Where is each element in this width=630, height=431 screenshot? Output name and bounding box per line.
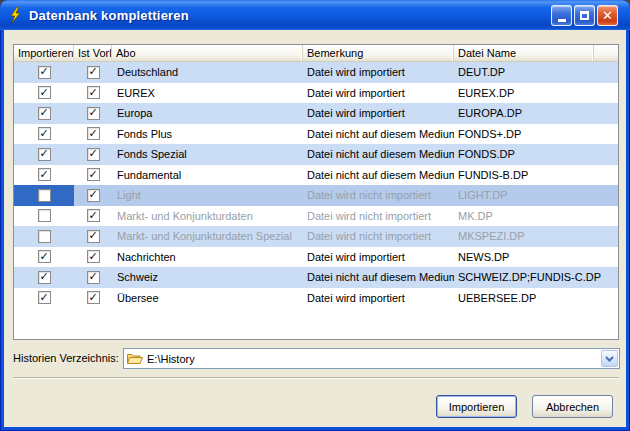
ist-vorh-checkbox[interactable]: ✓ xyxy=(87,250,100,263)
importieren-cell[interactable]: ✓ xyxy=(14,247,74,268)
ist-vorh-cell[interactable]: ✓ xyxy=(74,267,112,288)
ist-vorh-cell[interactable]: ✓ xyxy=(74,288,112,309)
importieren-checkbox[interactable]: ✓ xyxy=(38,271,51,284)
importieren-cell[interactable] xyxy=(14,185,74,206)
table-row[interactable]: ✓✓FundamentalDatei nicht auf diesem Medi… xyxy=(14,165,618,186)
column-header-bemerkung[interactable]: Bemerkung xyxy=(303,45,454,61)
table-row[interactable]: ✓✓EUREXDatei wird importiertEUREX.DP xyxy=(14,83,618,104)
importieren-checkbox[interactable] xyxy=(38,209,51,222)
ist-vorh-checkbox[interactable]: ✓ xyxy=(87,230,100,243)
bemerkung-cell[interactable]: Datei wird importiert xyxy=(303,247,454,268)
importieren-checkbox[interactable] xyxy=(38,230,51,243)
ist-vorh-cell[interactable]: ✓ xyxy=(74,185,112,206)
ist-vorh-checkbox[interactable]: ✓ xyxy=(87,271,100,284)
abo-cell[interactable]: EUREX xyxy=(112,83,303,104)
importieren-cell[interactable]: ✓ xyxy=(14,124,74,145)
ist-vorh-cell[interactable]: ✓ xyxy=(74,165,112,186)
importieren-cell[interactable]: ✓ xyxy=(14,144,74,165)
combobox-dropdown-button[interactable] xyxy=(601,350,618,367)
abo-cell[interactable]: Fundamental xyxy=(112,165,303,186)
importieren-checkbox[interactable] xyxy=(38,189,51,202)
bemerkung-cell[interactable]: Datei nicht auf diesem Medium xyxy=(303,267,454,288)
table-row[interactable]: ✓LightDatei wird nicht importiertLIGHT.D… xyxy=(14,185,618,206)
table-row[interactable]: ✓✓DeutschlandDatei wird importiertDEUT.D… xyxy=(14,62,618,83)
table-row[interactable]: ✓✓ÜberseeDatei wird importiertUEBERSEE.D… xyxy=(14,288,618,309)
table-row[interactable]: ✓Markt- und KonjunkturdatenDatei wird ni… xyxy=(14,206,618,227)
minimize-button[interactable] xyxy=(551,5,572,26)
abo-cell[interactable]: Schweiz xyxy=(112,267,303,288)
importieren-cell[interactable]: ✓ xyxy=(14,62,74,83)
importieren-checkbox[interactable]: ✓ xyxy=(38,107,51,120)
bemerkung-cell[interactable]: Datei nicht auf diesem Medium xyxy=(303,165,454,186)
datei-name-cell[interactable]: MKSPEZI.DP xyxy=(454,226,618,247)
abo-cell[interactable]: Fonds Plus xyxy=(112,124,303,145)
ist-vorh-cell[interactable]: ✓ xyxy=(74,103,112,124)
close-button[interactable]: ✕ xyxy=(597,5,618,26)
importieren-cell[interactable] xyxy=(14,226,74,247)
history-directory-combobox[interactable]: E:\History xyxy=(123,348,620,369)
importieren-checkbox[interactable]: ✓ xyxy=(38,127,51,140)
importieren-cell[interactable]: ✓ xyxy=(14,103,74,124)
datei-name-cell[interactable]: FUNDIS-B.DP xyxy=(454,165,618,186)
table-row[interactable]: ✓Markt- und Konjunkturdaten SpezialDatei… xyxy=(14,226,618,247)
bemerkung-cell[interactable]: Datei wird importiert xyxy=(303,83,454,104)
abo-cell[interactable]: Fonds Spezial xyxy=(112,144,303,165)
table-row[interactable]: ✓✓Fonds SpezialDatei nicht auf diesem Me… xyxy=(14,144,618,165)
bemerkung-cell[interactable]: Datei wird nicht importiert xyxy=(303,185,454,206)
importieren-checkbox[interactable]: ✓ xyxy=(38,250,51,263)
datei-name-cell[interactable]: EUREX.DP xyxy=(454,83,618,104)
importieren-cell[interactable]: ✓ xyxy=(14,83,74,104)
table-row[interactable]: ✓✓EuropaDatei wird importiertEUROPA.DP xyxy=(14,103,618,124)
importieren-cell[interactable]: ✓ xyxy=(14,267,74,288)
abo-cell[interactable]: Nachrichten xyxy=(112,247,303,268)
abo-cell[interactable]: Übersee xyxy=(112,288,303,309)
importieren-checkbox[interactable]: ✓ xyxy=(38,86,51,99)
importieren-checkbox[interactable]: ✓ xyxy=(38,168,51,181)
ist-vorh-checkbox[interactable]: ✓ xyxy=(87,189,100,202)
ist-vorh-cell[interactable]: ✓ xyxy=(74,124,112,145)
ist-vorh-checkbox[interactable]: ✓ xyxy=(87,291,100,304)
cancel-button[interactable]: Abbrechen xyxy=(532,395,613,418)
datei-name-cell[interactable]: FONDS.DP xyxy=(454,144,618,165)
column-header-ist-vorh[interactable]: Ist Vorh. xyxy=(74,45,112,61)
table-row[interactable]: ✓✓SchweizDatei nicht auf diesem MediumSC… xyxy=(14,267,618,288)
ist-vorh-checkbox[interactable]: ✓ xyxy=(87,148,100,161)
abo-cell[interactable]: Markt- und Konjunkturdaten Spezial xyxy=(112,226,303,247)
importieren-cell[interactable]: ✓ xyxy=(14,165,74,186)
datei-name-cell[interactable]: DEUT.DP xyxy=(454,62,618,83)
datei-name-cell[interactable]: FONDS+.DP xyxy=(454,124,618,145)
bemerkung-cell[interactable]: Datei wird nicht importiert xyxy=(303,226,454,247)
importieren-cell[interactable] xyxy=(14,206,74,227)
abo-cell[interactable]: Europa xyxy=(112,103,303,124)
ist-vorh-cell[interactable]: ✓ xyxy=(74,206,112,227)
datei-name-cell[interactable]: NEWS.DP xyxy=(454,247,618,268)
datei-name-cell[interactable]: UEBERSEE.DP xyxy=(454,288,618,309)
ist-vorh-checkbox[interactable]: ✓ xyxy=(87,107,100,120)
datei-name-cell[interactable]: SCHWEIZ.DP;FUNDIS-C.DP xyxy=(454,267,618,288)
importieren-checkbox[interactable]: ✓ xyxy=(38,148,51,161)
bemerkung-cell[interactable]: Datei nicht auf diesem Medium xyxy=(303,144,454,165)
ist-vorh-cell[interactable]: ✓ xyxy=(74,144,112,165)
ist-vorh-cell[interactable]: ✓ xyxy=(74,247,112,268)
abo-cell[interactable]: Light xyxy=(112,185,303,206)
ist-vorh-checkbox[interactable]: ✓ xyxy=(87,209,100,222)
importieren-checkbox[interactable]: ✓ xyxy=(38,291,51,304)
abo-cell[interactable]: Deutschland xyxy=(112,62,303,83)
ist-vorh-checkbox[interactable]: ✓ xyxy=(87,86,100,99)
ist-vorh-cell[interactable]: ✓ xyxy=(74,62,112,83)
bemerkung-cell[interactable]: Datei wird importiert xyxy=(303,288,454,309)
importieren-cell[interactable]: ✓ xyxy=(14,288,74,309)
column-header-datei-name[interactable]: Datei Name xyxy=(454,45,594,61)
ist-vorh-checkbox[interactable]: ✓ xyxy=(87,127,100,140)
bemerkung-cell[interactable]: Datei wird importiert xyxy=(303,62,454,83)
column-header-importieren[interactable]: Importieren xyxy=(14,45,74,61)
maximize-button[interactable] xyxy=(574,5,595,26)
importieren-checkbox[interactable]: ✓ xyxy=(38,66,51,79)
bemerkung-cell[interactable]: Datei wird importiert xyxy=(303,103,454,124)
abo-cell[interactable]: Markt- und Konjunkturdaten xyxy=(112,206,303,227)
table-row[interactable]: ✓✓Fonds PlusDatei nicht auf diesem Mediu… xyxy=(14,124,618,145)
ist-vorh-checkbox[interactable]: ✓ xyxy=(87,168,100,181)
datei-name-cell[interactable]: MK.DP xyxy=(454,206,618,227)
column-header-abo[interactable]: Abo xyxy=(112,45,303,61)
table-row[interactable]: ✓✓NachrichtenDatei wird importiertNEWS.D… xyxy=(14,247,618,268)
